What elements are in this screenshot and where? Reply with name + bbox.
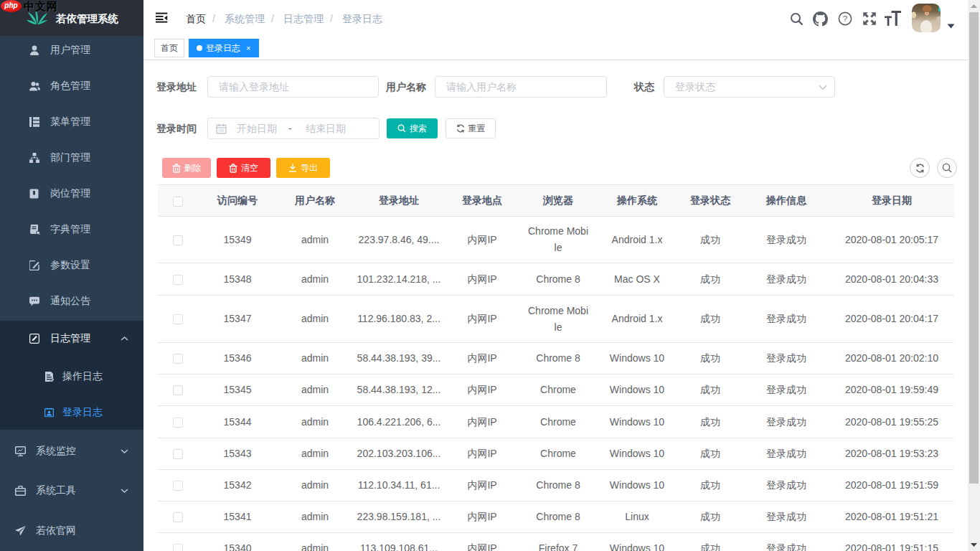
svg-text:?: ? [843, 14, 847, 23]
